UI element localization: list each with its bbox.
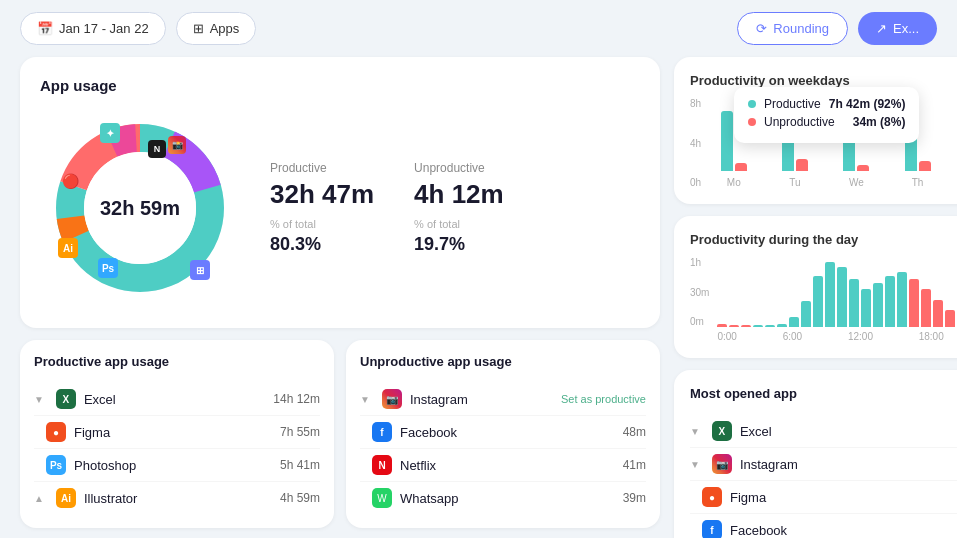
facebook-app-time: 48m [623, 425, 646, 439]
netflix-app-name: Netflix [400, 458, 615, 473]
facebook-most-icon: f [702, 520, 722, 538]
apps-icon: ⊞ [193, 21, 204, 36]
unproductive-dot [748, 118, 756, 126]
list-item: f Facebook 48m [360, 416, 646, 449]
unproductive-sublabel: % of total [414, 218, 504, 230]
productive-label: Productive [270, 161, 374, 175]
most-opened-list: ▼ X Excel ▼ 📷 Instagram ● Figma f [690, 415, 957, 538]
netflix-app-icon: N [372, 455, 392, 475]
illustrator-app-time: 4h 59m [280, 491, 320, 505]
illustrator-app-name: Illustrator [84, 491, 272, 506]
right-column: Productivity on weekdays Productive 7h 4… [674, 57, 957, 538]
instagram-app-name: Instagram [410, 392, 553, 407]
day-bar [921, 289, 931, 327]
day-bar [729, 325, 739, 327]
list-item: ▼ X Excel [690, 415, 957, 448]
y-axis: 8h 4h 0h [690, 98, 701, 188]
bar-day-label: We [849, 177, 864, 188]
unproductive-bar [796, 159, 808, 171]
day-bar [717, 324, 727, 327]
list-item: f Facebook [690, 514, 957, 538]
day-bar [849, 279, 859, 327]
day-bar [789, 317, 799, 327]
tooltip-unproductive-value: 34m (8%) [853, 115, 906, 129]
tooltip-unproductive-row: Unproductive 34m (8%) [748, 115, 905, 129]
instagram-app-icon: 📷 [382, 389, 402, 409]
productive-bar [721, 111, 733, 171]
day-bar [909, 279, 919, 327]
figma-most-icon: ● [702, 487, 722, 507]
facebook-app-name: Facebook [400, 425, 615, 440]
productivity-tooltip: Productive 7h 42m (92%) Unproductive 34m… [734, 87, 919, 143]
collapse-icon[interactable]: ▼ [360, 394, 370, 405]
excel-app-icon: X [56, 389, 76, 409]
productive-apps-list: ▼ X Excel 14h 12m ● Figma 7h 55m Ps [34, 383, 320, 514]
unproductive-apps-list: ▼ 📷 Instagram Set as productive f Facebo… [360, 383, 646, 514]
day-bars-outer: 0:00 6:00 12:00 18:00 24: [717, 257, 957, 342]
photoshop-app-icon: Ps [46, 455, 66, 475]
bottom-row: Productive app usage ▼ X Excel 14h 12m ●… [20, 340, 660, 528]
productive-percent: 80.3% [270, 234, 374, 255]
collapse-icon[interactable]: ▼ [34, 394, 44, 405]
y-label-0h: 0h [690, 177, 701, 188]
day-bar [945, 310, 955, 327]
productive-value: 32h 47m [270, 179, 374, 210]
day-y-30m: 30m [690, 287, 709, 298]
day-y-1h: 1h [690, 257, 709, 268]
app-usage-inner: N 📸 🔴 Ai Ps ⊞ ✦ 32h 59m Productive 32h 4… [40, 108, 640, 308]
weekday-chart-title: Productivity on weekdays [690, 73, 957, 88]
apps-button[interactable]: ⊞ Apps [176, 12, 257, 45]
apps-label: Apps [210, 21, 240, 36]
bar-day-label: Mo [727, 177, 741, 188]
day-bar [765, 325, 775, 327]
unproductive-stat: Unproductive 4h 12m % of total 19.7% [414, 161, 504, 255]
collapse-icon[interactable]: ▼ [690, 459, 700, 470]
app-usage-card: App usage [20, 57, 660, 328]
instagram-icon-on-donut: 📸 [168, 136, 186, 154]
bar-day-label: Th [912, 177, 924, 188]
weekday-chart-card: Productivity on weekdays Productive 7h 4… [674, 57, 957, 204]
donut-center-value: 32h 59m [100, 197, 180, 220]
illustrator-app-icon: Ai [56, 488, 76, 508]
productive-sublabel: % of total [270, 218, 374, 230]
netflix-app-time: 41m [623, 458, 646, 472]
left-column: App usage [20, 57, 660, 538]
set-productive-badge[interactable]: Set as productive [561, 393, 646, 405]
excel-app-time: 14h 12m [273, 392, 320, 406]
tooltip-unproductive-label: Unproductive [764, 115, 845, 129]
day-bar [897, 272, 907, 327]
export-button[interactable]: ↗ Ex... [858, 12, 937, 45]
day-chart-card: Productivity during the day 1h 30m 0m 0:… [674, 216, 957, 358]
collapse-icon[interactable]: ▼ [690, 426, 700, 437]
day-chart-title: Productivity during the day [690, 232, 957, 247]
list-item: ▼ 📷 Instagram Set as productive [360, 383, 646, 416]
tooltip-productive-value: 7h 42m (92%) [829, 97, 906, 111]
day-bar [885, 276, 895, 327]
list-item: ▼ 📷 Instagram [690, 448, 957, 481]
collapse-icon[interactable]: ▲ [34, 493, 44, 504]
x-18: 18:00 [919, 331, 944, 342]
day-y-axis: 1h 30m 0m [690, 257, 709, 327]
instagram-most-name: Instagram [740, 457, 957, 472]
rounding-icon: ⟳ [756, 21, 767, 36]
productive-apps-title: Productive app usage [34, 354, 320, 369]
header-left: 📅 Jan 17 - Jan 22 ⊞ Apps [20, 12, 725, 45]
instagram-most-icon: 📷 [712, 454, 732, 474]
rounding-button[interactable]: ⟳ Rounding [737, 12, 848, 45]
pink-icon-on-donut: 🔴 [62, 173, 79, 189]
whatsapp-app-name: Whatsapp [400, 491, 615, 506]
day-bars [717, 257, 957, 327]
date-range-button[interactable]: 📅 Jan 17 - Jan 22 [20, 12, 166, 45]
most-opened-card: Most opened app ▼ X Excel ▼ 📷 Instagram … [674, 370, 957, 538]
ai-icon-on-donut: Ai [58, 238, 78, 258]
excel-most-name: Excel [740, 424, 957, 439]
main-content: App usage [0, 57, 957, 480]
bar-day-label: Tu [789, 177, 800, 188]
day-chart-container: 1h 30m 0m 0:00 6:00 12:00 18:00 24: [690, 257, 957, 342]
facebook-app-icon: f [372, 422, 392, 442]
x-12: 12:00 [848, 331, 873, 342]
day-x-axis: 0:00 6:00 12:00 18:00 24: [717, 331, 957, 342]
tooltip-productive-row: Productive 7h 42m (92%) [748, 97, 905, 111]
green-icon-on-donut: ✦ [100, 123, 120, 143]
x-0: 0:00 [717, 331, 736, 342]
